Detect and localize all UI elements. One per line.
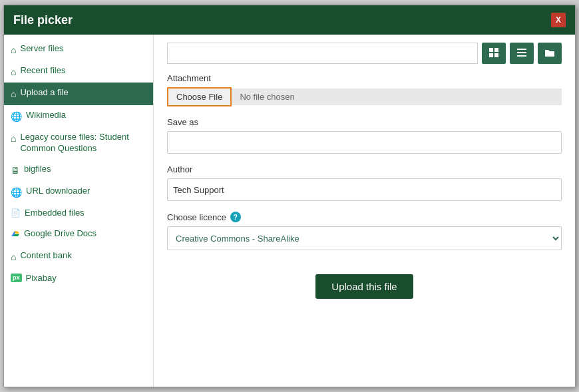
dialog-title: File picker: [13, 13, 73, 27]
sidebar-label: bigfiles: [24, 164, 146, 175]
globe-icon: 🌐: [11, 186, 22, 198]
dialog-body: ⌂ Server files ⌂ Recent files ⌂ Upload a…: [4, 35, 575, 387]
main-content: Attachment Choose File No file chosen Sa…: [154, 35, 575, 387]
grid-icon: [488, 47, 499, 60]
file-icon: 📄: [11, 208, 21, 219]
sidebar-label: Recent files: [20, 65, 146, 77]
sidebar-item-google-drive[interactable]: Google Drive Docs: [4, 224, 153, 246]
svg-rect-3: [494, 53, 498, 57]
save-as-field-group: Save as: [167, 117, 562, 154]
file-picker-dialog: File picker X ⌂ Server files ⌂ Recent fi…: [3, 5, 576, 387]
sidebar-label: Server files: [20, 43, 146, 55]
globe-icon: 🌐: [11, 110, 22, 122]
upload-button[interactable]: Upload this file: [315, 274, 413, 299]
file-input-row: Choose File No file chosen: [167, 87, 562, 106]
svg-rect-0: [489, 48, 493, 52]
svg-rect-5: [517, 52, 526, 53]
sidebar: ⌂ Server files ⌂ Recent files ⌂ Upload a…: [4, 35, 154, 387]
sidebar-label: Upload a file: [20, 87, 146, 98]
house-icon: ⌂: [11, 132, 16, 144]
google-drive-icon: [11, 229, 20, 242]
sidebar-item-content-bank[interactable]: ⌂ Content bank: [4, 246, 153, 268]
sidebar-label: Legacy course files: Student Common Ques…: [20, 132, 146, 154]
svg-rect-2: [489, 53, 493, 57]
save-as-label: Save as: [167, 117, 562, 127]
sidebar-item-wikimedia[interactable]: 🌐 Wikimedia: [4, 105, 153, 127]
search-input[interactable]: [167, 43, 478, 64]
licence-field-group: Choose licence ? Creative Commons - Shar…: [167, 212, 562, 250]
house-icon: ⌂: [11, 251, 16, 263]
sidebar-item-embedded-files[interactable]: 📄 Embedded files: [4, 203, 153, 224]
save-as-input[interactable]: [167, 131, 562, 154]
house-icon: ⌂: [11, 44, 16, 56]
svg-rect-6: [517, 55, 526, 57]
sidebar-item-bigfiles[interactable]: 🖥 bigfiles: [4, 159, 153, 181]
attachment-field-group: Attachment Choose File No file chosen: [167, 73, 562, 106]
sidebar-label: URL downloader: [26, 186, 146, 197]
sidebar-label: Content bank: [20, 250, 146, 262]
attachment-label: Attachment: [167, 73, 562, 83]
sidebar-item-server-files[interactable]: ⌂ Server files: [4, 39, 153, 61]
help-icon[interactable]: ?: [230, 212, 241, 222]
pixabay-icon: px: [11, 274, 22, 283]
monitor-icon: 🖥: [11, 164, 20, 176]
author-label: Author: [167, 164, 562, 174]
svg-rect-4: [517, 49, 526, 50]
close-button[interactable]: X: [551, 13, 566, 27]
list-icon: [516, 47, 527, 60]
licence-label: Choose licence ?: [167, 212, 562, 222]
sidebar-item-url-downloader[interactable]: 🌐 URL downloader: [4, 181, 153, 203]
grid-view-button[interactable]: [482, 43, 506, 64]
svg-rect-1: [494, 48, 498, 52]
sidebar-label: Wikimedia: [26, 110, 146, 121]
choose-file-button[interactable]: Choose File: [167, 87, 232, 106]
dialog-header: File picker X: [4, 5, 575, 35]
list-view-button[interactable]: [510, 43, 534, 64]
house-icon: ⌂: [11, 66, 16, 78]
toolbar-row: [167, 43, 562, 64]
no-file-label: No file chosen: [232, 89, 562, 105]
house-icon: ⌂: [11, 88, 16, 100]
folder-icon: [544, 47, 555, 60]
sidebar-item-recent-files[interactable]: ⌂ Recent files: [4, 61, 153, 83]
sidebar-item-pixabay[interactable]: px Pixabay: [4, 268, 153, 289]
sidebar-item-upload-file[interactable]: ⌂ Upload a file: [4, 83, 153, 104]
upload-form: Attachment Choose File No file chosen Sa…: [167, 73, 562, 379]
licence-select[interactable]: Creative Commons - ShareAlike All Rights…: [167, 226, 562, 250]
author-input[interactable]: [167, 178, 562, 201]
sidebar-label: Google Drive Docs: [24, 228, 146, 240]
sidebar-item-legacy-files[interactable]: ⌂ Legacy course files: Student Common Qu…: [4, 127, 153, 159]
author-field-group: Author: [167, 164, 562, 201]
sidebar-label: Embedded files: [25, 208, 146, 219]
sidebar-label: Pixabay: [26, 273, 146, 284]
folder-view-button[interactable]: [538, 43, 562, 64]
